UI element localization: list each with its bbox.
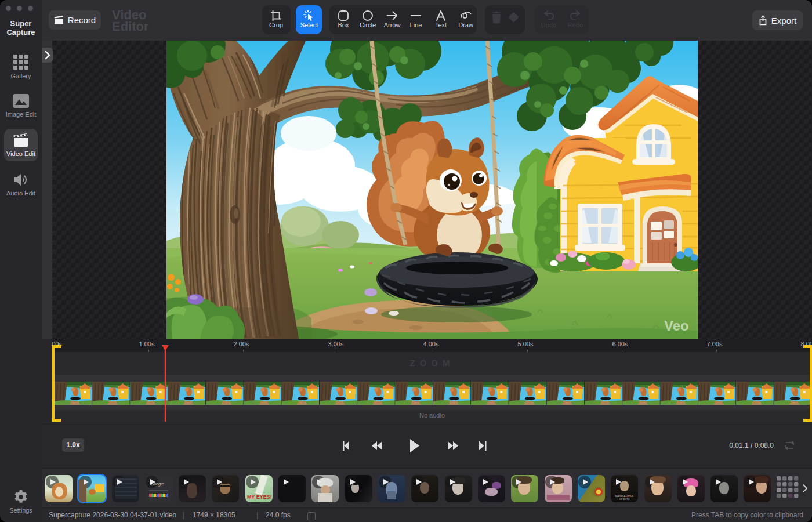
svg-text:Veo: Veo — [664, 318, 689, 334]
